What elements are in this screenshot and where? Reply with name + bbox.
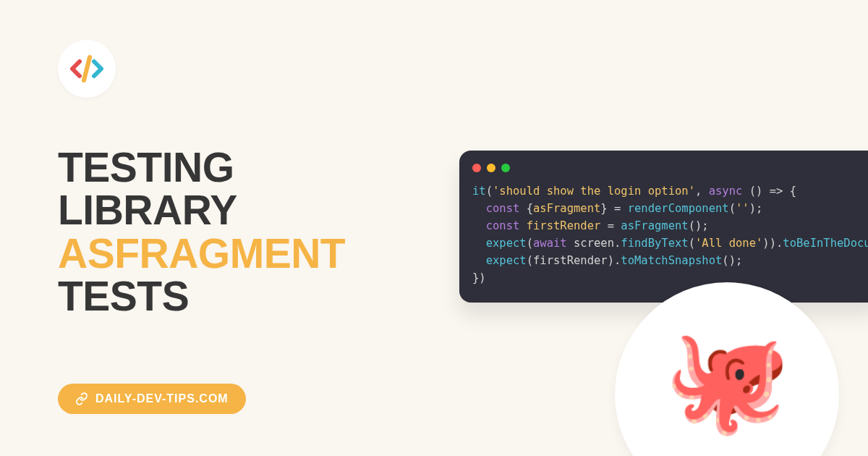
page-title: TESTING LIBRARY ASFRAGMENT TESTS (58, 146, 345, 318)
code-snippet-window: it('should show the login option', async… (459, 151, 868, 303)
code-tok: (); (722, 254, 742, 267)
code-tok: }) (472, 271, 486, 284)
code-tok: toMatchSnapshot (621, 254, 722, 267)
code-tok: expect (486, 237, 527, 250)
code-tok: asFragment (621, 219, 688, 232)
code-tok: asFragment (533, 202, 600, 215)
code-tok: ( (527, 237, 533, 250)
traffic-light-close-icon (472, 164, 481, 172)
code-tok: findByText (621, 237, 688, 250)
code-tok: () => { (742, 185, 796, 198)
code-tok: ( (729, 202, 736, 215)
code-tok: { (519, 202, 533, 215)
title-line-4: TESTS (58, 273, 189, 319)
title-line-1: TESTING (58, 144, 234, 190)
code-tok: toBeInTheDocume (783, 237, 868, 250)
window-traffic-lights (472, 164, 866, 172)
code-tok: ( (689, 237, 695, 250)
code-tok: const (486, 219, 520, 232)
svg-line-0 (84, 57, 90, 80)
code-tok: , (695, 185, 709, 198)
code-tok: } = (600, 202, 627, 215)
code-block: it('should show the login option', async… (472, 182, 866, 287)
code-tok: '' (736, 202, 749, 215)
site-url-text: DAILY-DEV-TIPS.COM (95, 392, 229, 405)
title-line-2: LIBRARY (58, 187, 237, 233)
code-tok: renderComponent (628, 202, 729, 215)
octopus-icon: 🐙 (664, 329, 791, 431)
code-tok: ); (749, 202, 763, 215)
code-slash-logo-icon (69, 51, 104, 86)
link-icon (75, 392, 88, 405)
code-tok: 'All done' (695, 237, 762, 250)
code-tok (519, 219, 526, 232)
code-tok: (); (689, 219, 709, 232)
code-tok: )). (762, 237, 783, 250)
code-tok: 'should show the login option' (493, 185, 695, 198)
traffic-light-zoom-icon (501, 164, 510, 172)
site-url-chip: DAILY-DEV-TIPS.COM (58, 384, 246, 414)
code-tok: expect (486, 254, 527, 267)
mascot-badge: 🐙 (615, 282, 839, 456)
code-tok: it (472, 185, 486, 198)
traffic-light-minimize-icon (487, 164, 495, 172)
code-tok: await (533, 237, 567, 250)
title-line-3-accent: ASFRAGMENT (58, 230, 345, 276)
code-tok: firstRender (527, 219, 601, 232)
code-tok: screen. (567, 237, 621, 250)
site-logo-badge (58, 40, 116, 98)
code-tok: async (709, 185, 743, 198)
code-tok: ( (486, 185, 493, 198)
code-tok: = (600, 219, 621, 232)
code-tok: (firstRender). (527, 254, 621, 267)
code-tok: const (486, 202, 520, 215)
